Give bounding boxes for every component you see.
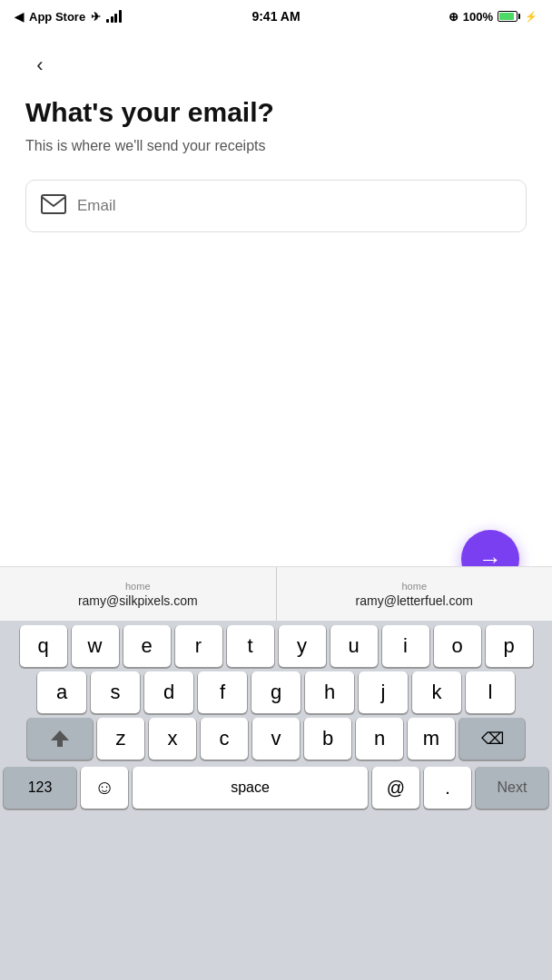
key-j[interactable]: j — [359, 671, 408, 713]
battery-icon — [498, 11, 520, 22]
app-store-label: App Store — [29, 10, 85, 24]
key-z[interactable]: z — [97, 718, 144, 760]
key-e[interactable]: e — [123, 625, 171, 667]
keyboard: q w e r t y u i o p a s d f g h j k l z … — [0, 621, 552, 980]
autofill-email-1: ramy@silkpixels.com — [78, 593, 198, 608]
back-arrow-status: ◀ — [15, 10, 24, 24]
key-u[interactable]: u — [330, 625, 378, 667]
key-numbers[interactable]: 123 — [4, 767, 76, 808]
key-next[interactable]: Next — [476, 767, 548, 808]
key-dot[interactable]: . — [424, 767, 471, 808]
key-d[interactable]: d — [144, 671, 193, 713]
key-o[interactable]: o — [434, 625, 481, 667]
autofill-item-2[interactable]: home ramy@letterfuel.com — [277, 567, 553, 621]
key-f[interactable]: f — [198, 671, 247, 713]
key-w[interactable]: w — [72, 625, 119, 667]
key-g[interactable]: g — [251, 671, 301, 713]
key-c[interactable]: c — [201, 718, 248, 760]
battery-percentage: 100% — [463, 10, 493, 24]
key-h[interactable]: h — [305, 671, 354, 713]
keyboard-row-bottom: 123 ☺ space @ . Next — [0, 760, 552, 808]
keyboard-row-2: a s d f g h j k l — [0, 667, 552, 713]
key-a[interactable]: a — [37, 671, 86, 713]
key-r[interactable]: r — [175, 625, 222, 667]
status-time: 9:41 AM — [251, 9, 300, 24]
status-left: ◀ App Store ✈ — [15, 10, 122, 24]
autofill-email-2: ramy@letterfuel.com — [356, 593, 473, 608]
key-q[interactable]: q — [20, 625, 67, 667]
key-n[interactable]: n — [356, 718, 403, 760]
key-l[interactable]: l — [466, 671, 515, 713]
key-x[interactable]: x — [149, 718, 196, 760]
key-at[interactable]: @ — [372, 767, 419, 808]
signal-bars-icon — [106, 10, 122, 23]
back-chevron-icon: ‹ — [36, 54, 43, 77]
lock-icon: ⊕ — [448, 10, 458, 24]
back-button[interactable]: ‹ — [25, 51, 54, 80]
key-shift[interactable] — [27, 718, 93, 760]
key-emoji[interactable]: ☺ — [81, 767, 128, 808]
key-m[interactable]: m — [408, 718, 455, 760]
autofill-label-1: home — [125, 581, 151, 592]
key-b[interactable]: b — [304, 718, 351, 760]
autofill-bar: home ramy@silkpixels.com home ramy@lette… — [0, 566, 552, 621]
status-bar: ◀ App Store ✈ 9:41 AM ⊕ 100% ⚡ — [0, 0, 552, 33]
main-content: ‹ What's your email? This is where we'll… — [0, 33, 552, 232]
key-i[interactable]: i — [382, 625, 429, 667]
key-v[interactable]: v — [252, 718, 300, 760]
keyboard-row-1: q w e r t y u i o p — [0, 621, 552, 667]
svg-marker-1 — [51, 730, 69, 747]
key-p[interactable]: p — [486, 625, 533, 667]
keyboard-row-3: z x c v b n m ⌫ — [0, 713, 552, 760]
key-s[interactable]: s — [91, 671, 140, 713]
key-t[interactable]: t — [227, 625, 274, 667]
svg-rect-0 — [42, 195, 65, 213]
key-y[interactable]: y — [279, 625, 326, 667]
page-title: What's your email? — [25, 96, 527, 129]
page-subtitle: This is where we'll send your receipts — [25, 138, 527, 154]
status-right: ⊕ 100% ⚡ — [448, 10, 537, 24]
email-input-container[interactable] — [25, 180, 527, 232]
key-backspace[interactable]: ⌫ — [459, 718, 525, 760]
autofill-item-1[interactable]: home ramy@silkpixels.com — [0, 567, 277, 621]
key-space[interactable]: space — [133, 767, 368, 808]
email-input[interactable] — [77, 197, 511, 215]
autofill-label-2: home — [401, 581, 427, 592]
charging-icon: ⚡ — [525, 11, 537, 23]
email-icon — [41, 194, 66, 218]
airplane-icon: ✈ — [91, 10, 101, 24]
key-k[interactable]: k — [412, 671, 461, 713]
